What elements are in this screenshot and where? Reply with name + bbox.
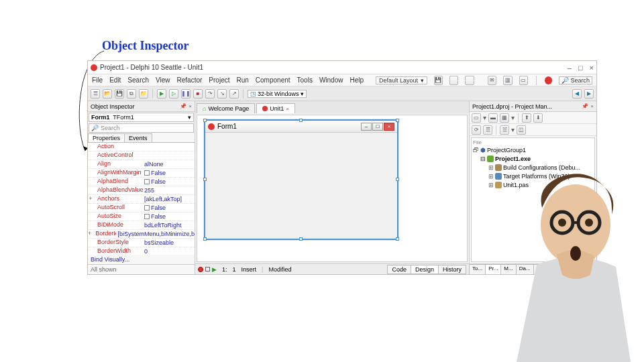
pm-list-button[interactable]: ☱ — [500, 125, 509, 135]
pm-activate-button[interactable]: ▦ — [500, 113, 509, 123]
property-row[interactable]: AutoSizeFalse — [88, 213, 195, 221]
checkbox-icon[interactable] — [144, 214, 150, 219]
checkbox-icon[interactable] — [144, 170, 150, 176]
folder-button[interactable]: 📁 — [139, 89, 148, 99]
layout-combo[interactable]: Default Layout▾ — [376, 76, 427, 84]
run-button[interactable]: ▶ — [157, 89, 166, 99]
panel-close-icon[interactable]: × — [590, 103, 594, 109]
menu-window[interactable]: Window — [319, 76, 343, 84]
tab-events[interactable]: Events — [124, 133, 152, 142]
property-row[interactable]: ActiveControl — [88, 152, 195, 160]
menu-project[interactable]: Project — [209, 76, 229, 84]
step-over-button[interactable]: ↷ — [205, 89, 215, 99]
pin-icon[interactable]: 📌 — [582, 103, 588, 109]
pm-expand-button[interactable]: ☰ — [483, 125, 492, 135]
maximize-button[interactable]: □ — [578, 64, 583, 72]
property-value[interactable]: False — [143, 213, 195, 221]
form-maximize-icon[interactable]: □ — [372, 123, 383, 131]
macro-record-button[interactable] — [198, 267, 203, 272]
macro-play-button[interactable]: ▶ — [212, 266, 217, 273]
menu-run[interactable]: Run — [236, 76, 248, 84]
checkbox-icon[interactable] — [144, 179, 150, 184]
menu-tools[interactable]: Tools — [297, 76, 313, 84]
bottom-tab-tool[interactable]: To... — [469, 264, 486, 274]
component-selector[interactable]: Form1 TForm1 ▾ — [89, 113, 194, 122]
menu-refactor[interactable]: Refactor — [177, 76, 203, 84]
property-value[interactable]: 0 — [143, 247, 195, 255]
platform-combo[interactable]: ◳32-bit Windows▾ — [248, 90, 307, 98]
layout-save-button[interactable]: 💾 — [434, 76, 443, 85]
pin-icon[interactable]: 📌 — [180, 103, 186, 109]
form-designer[interactable]: Form1 – □ × — [197, 115, 468, 262]
mail-icon-button[interactable]: ✉ — [488, 76, 496, 85]
nav-fwd-button[interactable]: ▶ — [584, 89, 594, 99]
property-row[interactable]: BiDiModebdLeftToRight — [88, 221, 195, 230]
run-nodebug-button[interactable]: ▷ — [169, 89, 178, 99]
property-row[interactable]: +Anchors[akLeft,akTop] — [88, 195, 195, 204]
view-tab-design[interactable]: Design — [411, 265, 439, 274]
tree-node-group[interactable]: 🗗⬢ProjectGroup1 — [473, 145, 593, 154]
menu-component[interactable]: Component — [256, 76, 290, 84]
toolbar-btn-1[interactable]: ▥ — [503, 76, 512, 85]
property-row[interactable]: BorderStylebsSizeable — [88, 239, 195, 247]
property-value[interactable]: [biSystemMenu,biMinimize,b — [116, 230, 195, 238]
form-client-area[interactable] — [205, 133, 397, 239]
form-close-icon[interactable]: × — [384, 123, 394, 131]
step-into-button[interactable]: ↘ — [217, 89, 227, 99]
property-row[interactable]: AutoScrollFalse — [88, 204, 195, 213]
menu-search[interactable]: Search — [127, 76, 149, 84]
panel-close-icon[interactable]: × — [189, 103, 192, 109]
menu-view[interactable]: View — [156, 76, 170, 84]
menu-file[interactable]: File — [92, 76, 103, 84]
open-button[interactable]: 📂 — [103, 89, 112, 99]
layout-btn-b[interactable] — [465, 76, 474, 85]
property-value[interactable] — [143, 143, 195, 151]
pm-remove-button[interactable]: ▬ — [488, 113, 498, 123]
checkbox-icon[interactable] — [144, 205, 150, 210]
new-button[interactable]: ☰ — [91, 89, 100, 99]
pm-add-button[interactable]: ▭ — [472, 113, 481, 123]
property-row[interactable]: AlignalNone — [88, 160, 195, 169]
view-tab-history[interactable]: History — [438, 265, 466, 274]
tree-node-project[interactable]: ⊟Project1.exe — [473, 154, 593, 163]
property-row[interactable]: Action — [88, 143, 195, 152]
property-value[interactable]: bdLeftToRight — [143, 221, 195, 229]
property-row[interactable]: BorderWidth0 — [88, 247, 195, 255]
stop-button[interactable]: ■ — [193, 89, 203, 99]
pm-view-button[interactable]: ◫ — [517, 125, 526, 135]
property-value[interactable]: 255 — [143, 186, 195, 194]
property-row[interactable]: AlphaBlendValue255 — [88, 186, 195, 195]
property-value[interactable]: [akLeft,akTop] — [143, 195, 195, 203]
property-row[interactable]: AlphaBlendFalse — [88, 178, 195, 186]
toolbar-btn-2[interactable]: ▭ — [519, 76, 528, 85]
editor-tab-unit1[interactable]: Unit1× — [256, 103, 295, 113]
editor-tab-welcome[interactable]: ⌂Welcome Page — [197, 103, 255, 113]
property-value[interactable]: False — [143, 178, 195, 186]
pm-refresh-button[interactable]: ⟳ — [472, 125, 481, 135]
menu-edit[interactable]: Edit — [109, 76, 121, 84]
nav-back-button[interactable]: ◀ — [572, 89, 582, 99]
tab-properties[interactable]: Properties — [88, 133, 125, 142]
property-value[interactable]: alNone — [143, 160, 195, 168]
minimize-button[interactable]: – — [568, 64, 572, 72]
stop-icon[interactable] — [545, 76, 552, 84]
pm-down-button[interactable]: ⬇ — [533, 113, 543, 123]
pm-up-button[interactable]: ⬆ — [522, 113, 531, 123]
tab-close-icon[interactable]: × — [286, 106, 289, 112]
close-button[interactable]: × — [590, 64, 594, 72]
layout-btn-a[interactable] — [449, 76, 458, 85]
inspector-search-input[interactable]: 🔎Search — [89, 123, 194, 133]
saveall-button[interactable]: ⧉ — [127, 89, 136, 99]
save-button[interactable]: 💾 — [115, 89, 124, 99]
bind-visually-link[interactable]: Bind Visually... — [88, 255, 195, 265]
property-value[interactable]: bsSizeable — [143, 239, 195, 247]
property-value[interactable] — [143, 152, 195, 160]
property-grid[interactable]: ActionActiveControlAlignalNoneAlignWithM… — [88, 143, 195, 255]
property-row[interactable]: +BorderIcons[biSystemMenu,biMinimize,b — [88, 230, 195, 239]
view-tab-code[interactable]: Code — [387, 265, 411, 274]
design-form-window[interactable]: Form1 – □ × — [204, 119, 398, 240]
macro-stop-button[interactable] — [205, 267, 210, 272]
property-value[interactable]: False — [143, 169, 195, 177]
global-search-input[interactable]: 🔎Search — [559, 76, 592, 84]
property-row[interactable]: AlignWithMarginFalse — [88, 169, 195, 178]
